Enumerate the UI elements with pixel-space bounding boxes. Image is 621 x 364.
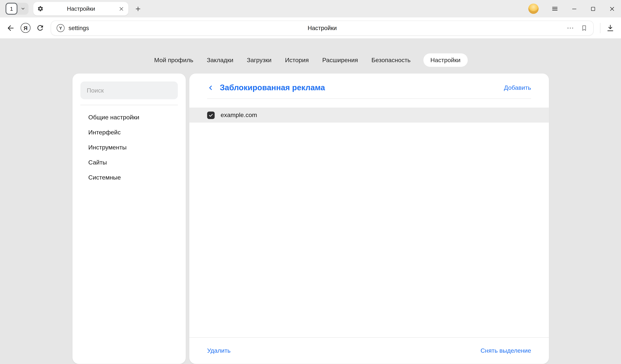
tab-title: Настройки: [44, 6, 119, 12]
tab-strip: 1 Настройки: [0, 0, 621, 17]
nav-tab-downloads[interactable]: Загрузки: [246, 53, 272, 67]
sidebar-item-interface[interactable]: Интерфейс: [80, 125, 178, 140]
nav-tab-history[interactable]: История: [284, 53, 310, 67]
window-minimize-button[interactable]: [571, 6, 578, 12]
plus-icon: [135, 5, 141, 12]
arrow-left-icon: [6, 24, 15, 32]
page-title: Настройки: [51, 25, 593, 31]
gear-icon: [37, 6, 44, 12]
bookmark-icon: [581, 24, 588, 32]
downloads-button[interactable]: [606, 24, 615, 32]
tab-group-chevron-button[interactable]: [17, 3, 28, 15]
bookmark-button[interactable]: [581, 24, 588, 32]
ellipsis-icon: [566, 24, 574, 32]
deselect-button[interactable]: Снять выделение: [481, 347, 531, 354]
browser-window: 1 Настройки: [0, 0, 621, 364]
delete-button[interactable]: Удалить: [207, 347, 231, 354]
more-actions-button[interactable]: [566, 24, 574, 32]
sidebar-item-tools[interactable]: Инструменты: [80, 140, 178, 155]
refresh-icon: [36, 24, 44, 32]
nav-tab-extensions[interactable]: Расширения: [322, 53, 359, 67]
new-tab-button[interactable]: [132, 3, 143, 14]
list-item[interactable]: example.com: [189, 108, 549, 123]
download-icon: [606, 24, 615, 32]
nav-tab-my-profile[interactable]: Мой профиль: [153, 53, 194, 67]
toolbar-divider: [600, 23, 601, 33]
sidebar-item-system[interactable]: Системные: [80, 170, 178, 185]
checkmark-icon: [208, 112, 213, 118]
refresh-button[interactable]: [36, 24, 44, 32]
chevron-down-icon: [21, 6, 25, 11]
back-button[interactable]: [6, 24, 15, 32]
sidebar-divider: [80, 105, 178, 105]
url-text[interactable]: settings: [69, 25, 89, 31]
tab-close-button[interactable]: [119, 6, 124, 12]
browser-toolbar: Я Y settings Настройки: [0, 17, 621, 38]
browser-menu-button[interactable]: [551, 5, 558, 12]
nav-tab-settings[interactable]: Настройки: [423, 53, 468, 67]
hamburger-menu-icon: [551, 5, 558, 12]
settings-content: Общие настройки Интерфейс Инструменты Са…: [72, 74, 549, 364]
nav-tab-security[interactable]: Безопасность: [371, 53, 411, 67]
sidebar-item-sites[interactable]: Сайты: [80, 155, 178, 170]
profile-avatar[interactable]: [528, 3, 538, 14]
tab-group-control[interactable]: 1: [6, 3, 29, 15]
nav-tab-bookmarks[interactable]: Закладки: [206, 53, 234, 67]
row-domain: example.com: [221, 111, 257, 119]
panel-title: Заблокированная реклама: [220, 83, 325, 92]
maximize-icon: [590, 6, 596, 12]
panel-footer: Удалить Снять выделение: [189, 337, 549, 364]
add-button[interactable]: Добавить: [504, 84, 531, 91]
sidebar-menu: Общие настройки Интерфейс Инструменты Са…: [80, 110, 178, 185]
window-controls: [528, 3, 615, 14]
row-checkbox[interactable]: [207, 111, 215, 119]
chevron-left-icon: [207, 84, 214, 91]
sidebar-item-general[interactable]: Общие настройки: [80, 110, 178, 125]
window-maximize-button[interactable]: [590, 6, 596, 12]
window-close-button[interactable]: [609, 5, 615, 12]
header-divider: [207, 98, 531, 99]
minimize-icon: [571, 6, 578, 12]
search-input[interactable]: [80, 81, 178, 99]
blocked-ads-panel: Заблокированная реклама Добавить example…: [189, 74, 549, 364]
settings-nav: Мой профиль Закладки Загрузки История Ра…: [0, 53, 621, 68]
close-icon: [609, 5, 615, 12]
panel-back-button[interactable]: [207, 84, 214, 91]
tab-group-count[interactable]: 1: [6, 3, 17, 15]
blocked-ads-list: example.com: [189, 108, 549, 337]
url-site-icon: Y: [57, 24, 65, 32]
address-bar[interactable]: Y settings Настройки: [51, 20, 594, 35]
settings-sidebar: Общие настройки Интерфейс Инструменты Са…: [72, 74, 186, 364]
panel-header: Заблокированная реклама Добавить: [189, 74, 549, 92]
yandex-logo[interactable]: Я: [21, 23, 31, 33]
address-bar-actions: [566, 24, 588, 32]
browser-tab-settings[interactable]: Настройки: [33, 2, 128, 16]
